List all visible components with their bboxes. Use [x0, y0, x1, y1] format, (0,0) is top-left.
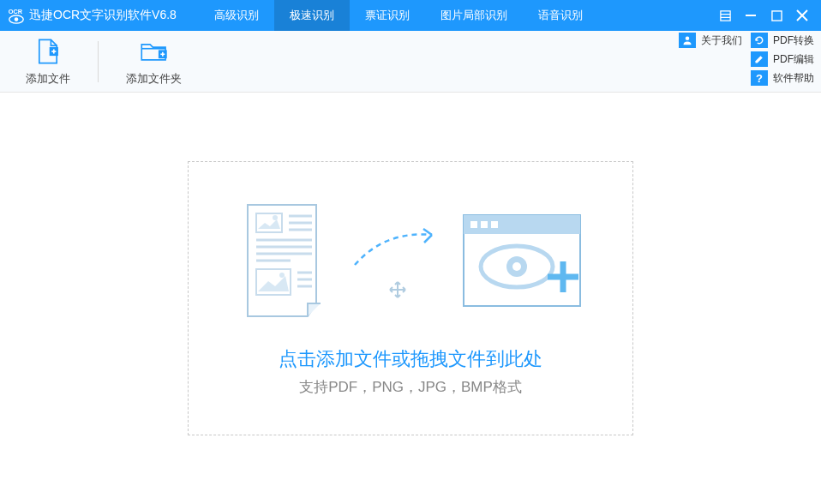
help-link[interactable]: ? 软件帮助: [749, 69, 821, 87]
tabs: 高级识别 极速识别 票证识别 图片局部识别 语音识别: [199, 0, 598, 31]
pdf-convert-link[interactable]: PDF转换: [749, 31, 821, 50]
tab-partial[interactable]: 图片局部识别: [425, 0, 523, 31]
svg-point-18: [273, 215, 278, 220]
titlebar: OCR 迅捷OCR文字识别软件V6.8 高级识别 极速识别 票证识别 图片局部识…: [0, 0, 821, 31]
question-icon: ?: [751, 70, 768, 86]
dropzone[interactable]: 点击添加文件或拖拽文件到此处 支持PDF，PNG，JPG，BMP格式: [188, 161, 633, 435]
help-label: 软件帮助: [768, 71, 819, 86]
dropzone-title: 点击添加文件或拖拽文件到此处: [279, 346, 542, 372]
pdf-edit-label: PDF编辑: [768, 52, 819, 67]
preview-window-icon: [462, 213, 582, 308]
content-area: 点击添加文件或拖拽文件到此处 支持PDF，PNG，JPG，BMP格式: [0, 93, 821, 504]
svg-rect-35: [470, 221, 477, 228]
svg-rect-3: [720, 10, 729, 20]
drop-illustration: [239, 201, 582, 321]
tab-fast[interactable]: 极速识别: [274, 0, 350, 31]
close-icon[interactable]: [795, 9, 809, 22]
settings-icon[interactable]: [718, 9, 732, 22]
about-label: 关于我们: [696, 33, 747, 48]
svg-point-40: [512, 262, 521, 271]
folder-add-icon: [139, 37, 170, 66]
tab-ticket[interactable]: 票证识别: [350, 0, 425, 31]
add-folder-button[interactable]: 添加文件夹: [117, 33, 190, 90]
maximize-icon[interactable]: [770, 9, 783, 22]
svg-point-16: [686, 37, 690, 41]
document-icon: [239, 201, 333, 321]
refresh-icon: [751, 33, 768, 48]
svg-point-27: [279, 273, 285, 278]
divider: [98, 41, 99, 82]
svg-rect-37: [491, 221, 498, 228]
person-icon: [679, 33, 696, 48]
tab-advanced[interactable]: 高级识别: [199, 0, 274, 31]
tab-voice[interactable]: 语音识别: [523, 0, 598, 31]
file-add-icon: [33, 37, 63, 66]
app-title: 迅捷OCR文字识别软件V6.8: [29, 8, 192, 23]
svg-rect-7: [771, 10, 781, 20]
edit-icon: [751, 51, 768, 67]
svg-point-2: [15, 17, 19, 21]
pdf-edit-link[interactable]: PDF编辑: [749, 50, 821, 69]
toolbar: 添加文件 添加文件夹 关于我们 PDF转换: [0, 31, 821, 93]
side-links: 关于我们 PDF转换 PDF编辑 ? 软件帮助: [677, 31, 821, 87]
window-controls: [706, 0, 821, 31]
ocr-eye-icon: OCR: [7, 6, 26, 25]
arrow-icon: [351, 222, 445, 273]
add-file-label: 添加文件: [26, 71, 70, 87]
add-folder-label: 添加文件夹: [126, 71, 182, 87]
app-logo: OCR 迅捷OCR文字识别软件V6.8: [0, 6, 199, 25]
dropzone-subtitle: 支持PDF，PNG，JPG，BMP格式: [299, 377, 522, 397]
svg-text:OCR: OCR: [9, 8, 23, 15]
move-icon: [388, 280, 407, 299]
minimize-icon[interactable]: [744, 9, 758, 22]
svg-rect-36: [481, 221, 488, 228]
add-file-button[interactable]: 添加文件: [17, 33, 79, 90]
about-link[interactable]: 关于我们: [677, 31, 749, 50]
pdf-convert-label: PDF转换: [768, 33, 819, 48]
